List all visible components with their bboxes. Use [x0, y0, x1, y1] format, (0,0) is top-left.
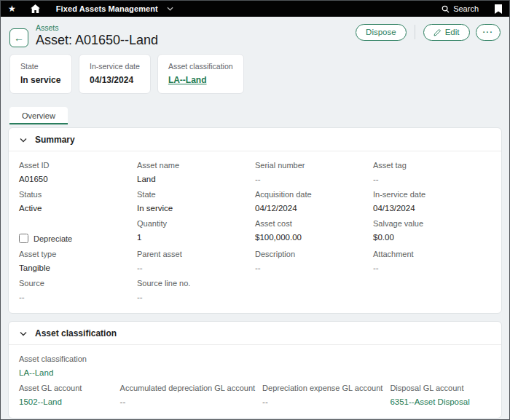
tab-bar: Overview [1, 101, 509, 124]
field-attachment: Attachment -- [373, 250, 491, 272]
field-value: A01650 [19, 175, 130, 183]
field-description: Description -- [255, 250, 373, 272]
disposal-gl-account-link[interactable]: 6351--Asset Disposal [390, 397, 484, 406]
field-label: Source [19, 279, 130, 288]
field-value: -- [255, 264, 366, 272]
field-status: Status Active [19, 190, 137, 213]
field-label: Depreciation expense GL account [262, 384, 382, 392]
section-title: Asset classification [35, 328, 117, 338]
dispose-button[interactable]: Dispose [356, 24, 407, 41]
asset-classification-section-header[interactable]: Asset classification [9, 322, 501, 345]
field-label: Disposal GL account [390, 384, 484, 392]
key-info-cards: State In service In-service date 04/13/2… [1, 51, 509, 101]
summary-section-header[interactable]: Summary [9, 128, 501, 151]
summary-section: Summary Asset ID A01650 Asset name Land … [8, 127, 502, 314]
field-accumulated-depreciation-gl-account: Accumulated depreciation GL account -- [120, 384, 262, 406]
field-value: 04/12/2024 [255, 204, 366, 213]
field-value: Tangible [19, 264, 130, 272]
app-switcher-chevron-icon[interactable] [167, 7, 173, 11]
info-card-label: State [20, 62, 61, 71]
info-card-in-service-date: In-service date 04/13/2024 [79, 54, 151, 94]
field-value: Land [137, 175, 248, 183]
field-quantity: Quantity 1 [137, 219, 255, 243]
depreciate-checkbox[interactable] [19, 234, 28, 243]
field-parent-asset: Parent asset -- [137, 250, 255, 272]
field-label: State [137, 190, 248, 199]
page-header: ← Assets Asset: A01650--Land Dispose Edi… [1, 17, 509, 51]
field-depreciate: Depreciate [19, 219, 137, 243]
depreciate-checkbox-label[interactable]: Depreciate [34, 234, 72, 243]
field-value: -- [137, 264, 248, 272]
field-source: Source -- [19, 279, 137, 301]
edit-button[interactable]: Edit [423, 24, 470, 41]
info-card-value: 04/13/2024 [90, 75, 140, 85]
app-title: Fixed Assets Management [56, 4, 158, 13]
more-options-button[interactable]: ··· [476, 24, 501, 41]
field-label: Attachment [373, 250, 484, 258]
field-label: Source line no. [137, 279, 248, 288]
top-app-bar: ★ Fixed Assets Management Search [1, 1, 509, 17]
field-value: $0.00 [373, 233, 484, 242]
field-serial-number: Serial number -- [255, 161, 373, 183]
actions-divider [415, 25, 415, 39]
bookmark-icon[interactable] [495, 4, 502, 14]
field-state: State In service [137, 190, 255, 213]
field-value: $100,000.00 [255, 233, 366, 242]
info-card-label: Asset classification [168, 62, 233, 71]
field-value: -- [373, 264, 484, 272]
page-title: Asset: A01650--Land [36, 33, 158, 48]
asset-classification-link[interactable]: LA--Land [168, 75, 233, 85]
field-label: Asset type [19, 250, 130, 258]
field-asset-name: Asset name Land [137, 161, 255, 183]
field-asset-gl-account: Asset GL account 1502--Land [19, 384, 120, 406]
info-card-state: State In service [9, 54, 72, 94]
field-label: Parent asset [137, 250, 248, 258]
edit-button-label: Edit [445, 28, 460, 36]
chevron-down-icon [20, 138, 27, 143]
pencil-icon [434, 28, 442, 36]
field-label: In-service date [373, 190, 484, 199]
field-asset-classification: Asset classification LA--Land [19, 354, 491, 377]
field-label: Description [255, 250, 366, 258]
search-button[interactable]: Search [442, 4, 479, 13]
field-label: Quantity [137, 219, 248, 228]
field-label: Asset ID [19, 161, 130, 170]
field-label: Acquisition date [255, 190, 366, 199]
field-acquisition-date: Acquisition date 04/12/2024 [255, 190, 373, 213]
field-value: -- [137, 293, 248, 301]
field-label: Asset GL account [19, 384, 113, 392]
search-icon [442, 5, 450, 13]
home-icon[interactable] [31, 4, 40, 13]
field-asset-id: Asset ID A01650 [19, 161, 137, 183]
info-card-label: In-service date [90, 62, 140, 71]
field-label: Asset cost [255, 219, 366, 228]
field-value: -- [373, 175, 484, 183]
field-label: Salvage value [373, 219, 484, 228]
field-salvage-value: Salvage value $0.00 [373, 219, 491, 243]
field-label: Asset tag [373, 161, 484, 170]
field-depreciation-expense-gl-account: Depreciation expense GL account -- [262, 384, 390, 406]
section-title: Summary [35, 135, 75, 145]
field-value: 04/13/2024 [373, 204, 484, 213]
back-button[interactable]: ← [9, 28, 28, 47]
info-card-value: In service [20, 75, 61, 85]
field-value: -- [262, 397, 382, 406]
field-label: Asset classification [19, 354, 484, 363]
asset-gl-account-link[interactable]: 1502--Land [19, 397, 113, 406]
field-asset-tag: Asset tag -- [373, 161, 491, 183]
chevron-down-icon [20, 331, 27, 336]
field-label: Serial number [255, 161, 366, 170]
field-source-line-no: Source line no. -- [137, 279, 255, 301]
asset-classification-value-link[interactable]: LA--Land [19, 368, 484, 377]
field-disposal-gl-account: Disposal GL account 6351--Asset Disposal [390, 384, 491, 406]
tab-overview[interactable]: Overview [9, 107, 68, 124]
field-value: Active [19, 204, 130, 213]
field-value: 1 [137, 233, 248, 242]
field-label: Accumulated depreciation GL account [120, 384, 255, 392]
breadcrumb[interactable]: Assets [36, 23, 158, 32]
field-value: -- [19, 293, 130, 301]
search-label: Search [453, 4, 479, 13]
field-asset-cost: Asset cost $100,000.00 [255, 219, 373, 243]
favorites-star-icon[interactable]: ★ [8, 4, 16, 13]
field-label: Status [19, 190, 130, 199]
